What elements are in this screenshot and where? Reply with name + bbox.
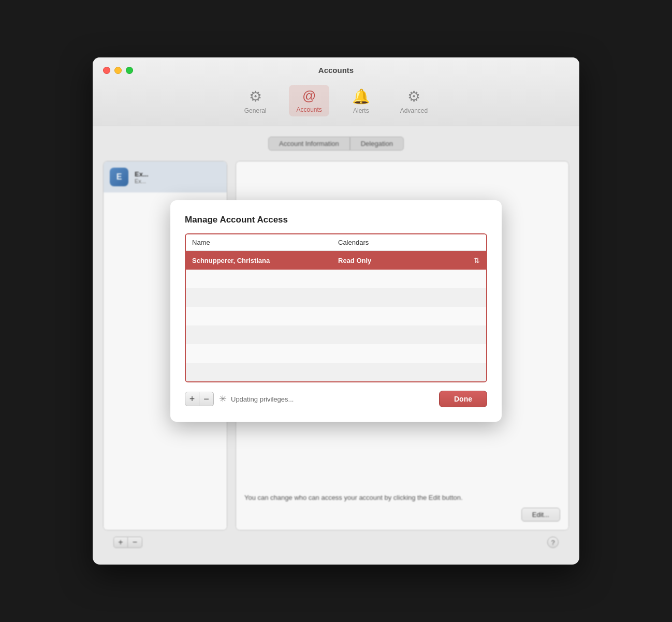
modal-bottom-left: + − ✳ Updating privileges... <box>185 392 294 406</box>
chevron-updown-icon: ⇅ <box>474 256 480 264</box>
row-person-name: Schnupperer, Christiana <box>192 257 334 264</box>
table-row-empty-6 <box>186 363 486 381</box>
modal-bottom-bar: + − ✳ Updating privileges... Done <box>185 391 487 407</box>
table-row-empty-5 <box>186 344 486 363</box>
modal-title: Manage Account Access <box>185 215 487 225</box>
spinner-icon: ✳ <box>219 393 227 405</box>
table-row-empty-2 <box>186 288 486 307</box>
table-row-empty-1 <box>186 270 486 288</box>
modal-overlay: Manage Account Access Name Calendars Sch… <box>93 57 579 565</box>
row-calendar-value: Read Only <box>338 257 371 264</box>
table-row[interactable]: Schnupperer, Christiana Read Only ⇅ <box>186 251 486 270</box>
modal-remove-button[interactable]: − <box>199 392 214 406</box>
modal-add-remove: + − <box>185 392 214 406</box>
done-button[interactable]: Done <box>439 391 487 407</box>
table-header: Name Calendars <box>186 234 486 251</box>
updating-status: ✳ Updating privileges... <box>219 393 294 405</box>
table-row-empty-3 <box>186 307 486 325</box>
manage-account-access-modal: Manage Account Access Name Calendars Sch… <box>170 200 502 422</box>
modal-add-button[interactable]: + <box>185 392 199 406</box>
mac-window: Accounts ⚙ General @ Accounts 🔔 Alerts ⚙… <box>93 57 579 565</box>
updating-text: Updating privileges... <box>231 395 294 403</box>
column-calendars: Calendars <box>334 239 480 246</box>
account-access-table: Name Calendars Schnupperer, Christiana R… <box>185 233 487 382</box>
table-row-empty-4 <box>186 325 486 344</box>
row-calendar-cell[interactable]: Read Only ⇅ <box>334 256 480 264</box>
column-name: Name <box>192 239 334 246</box>
